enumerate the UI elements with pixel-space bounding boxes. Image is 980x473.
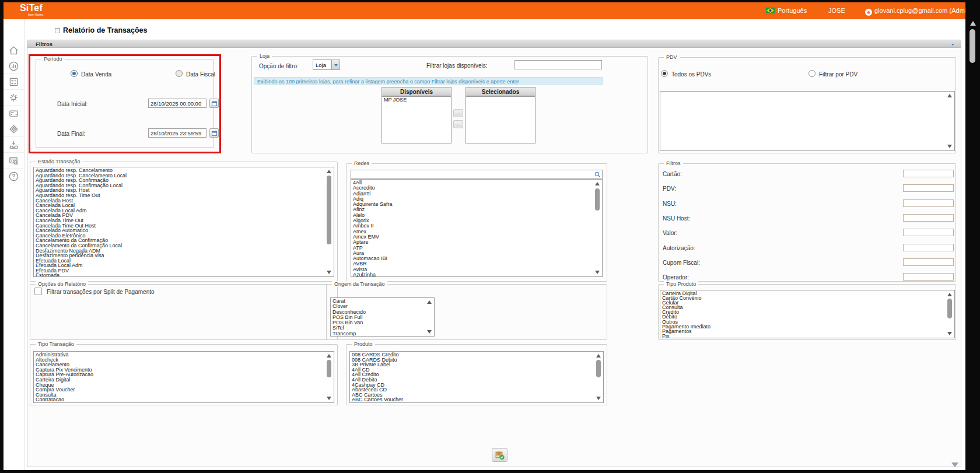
scrollbar-thumb[interactable]	[595, 188, 600, 211]
move-left-button[interactable]: ←	[453, 120, 463, 128]
list-item[interactable]: Contratacao	[36, 397, 324, 402]
scroll-down-icon[interactable]	[427, 330, 432, 334]
disponiveis-list[interactable]: MP JOSE	[382, 96, 452, 143]
tipo-produto-list[interactable]: Carteira DigitalCartão ConvênioCelularCo…	[660, 290, 955, 338]
list-item[interactable]: Altocheck	[36, 358, 324, 363]
autorizacao-input[interactable]	[903, 244, 954, 251]
scroll-up-icon[interactable]	[947, 94, 952, 97]
scrollbar-thumb[interactable]	[327, 176, 331, 244]
split-pagamento-checkbox[interactable]	[34, 288, 42, 295]
scrollbar-thumb[interactable]	[947, 299, 952, 318]
radio-data-venda[interactable]	[71, 70, 78, 77]
language-selector[interactable]: Português	[766, 7, 807, 14]
list-item[interactable]: Estornada	[36, 273, 324, 277]
list-item[interactable]: Compra Voucher	[36, 387, 324, 393]
list-item[interactable]: Algorix	[353, 218, 593, 223]
cupom-fiscal-input[interactable]	[903, 258, 954, 266]
radio-filtrar-pdv[interactable]	[808, 70, 816, 77]
scroll-up-icon[interactable]	[947, 293, 952, 296]
list-item[interactable]: Efetuada Local Adm	[36, 263, 324, 268]
sidebar-item-network[interactable]	[4, 121, 24, 137]
list-item[interactable]: Alelo	[353, 213, 593, 218]
valor-input[interactable]	[903, 229, 954, 236]
list-item[interactable]: Cartão Convênio	[662, 296, 945, 300]
list-item[interactable]: Carteira Digital	[662, 291, 945, 296]
sidebar-item-analytics[interactable]	[4, 58, 24, 74]
cartao-input[interactable]	[903, 170, 954, 177]
list-item[interactable]: MP JOSE	[384, 97, 451, 103]
estado-transacao-list[interactable]: Aguardando resp. CancelamentoAguardando …	[33, 167, 334, 277]
origem-transacao-list[interactable]: CaratCloverDesconhecidoPOS Bin FullPOS B…	[330, 297, 435, 337]
sidebar-item-report-search[interactable]	[4, 153, 24, 169]
selecionados-list[interactable]	[466, 96, 536, 143]
scroll-up-icon[interactable]	[327, 170, 331, 173]
list-item[interactable]: Aguardando resp. Time Out	[36, 193, 324, 198]
panel-scroll-down-icon[interactable]	[951, 463, 958, 467]
list-item[interactable]: Adquirente Safra	[353, 202, 593, 207]
filters-panel-header[interactable]: Filtros -	[27, 40, 961, 48]
scroll-down-icon[interactable]	[947, 145, 952, 148]
list-item[interactable]: Azulzinha	[353, 272, 593, 277]
list-item[interactable]: Cheque	[36, 383, 324, 388]
scroll-up-icon[interactable]	[596, 354, 601, 358]
redes-search-input[interactable]	[351, 170, 603, 179]
operador-input[interactable]	[903, 273, 954, 281]
list-item[interactable]: 3B Private Label	[352, 362, 594, 367]
produto-list[interactable]: 008 CARDS Credito008 CARDS Debito3B Priv…	[349, 351, 604, 403]
list-item[interactable]: Ambev II	[353, 223, 593, 229]
list-item[interactable]: Accredito	[353, 185, 593, 191]
list-item[interactable]: Celular	[662, 300, 945, 305]
radio-data-fiscal[interactable]	[176, 70, 183, 77]
list-item[interactable]: AdianTi	[353, 191, 593, 197]
list-item[interactable]: Pix	[662, 334, 945, 338]
list-item[interactable]: ATP	[353, 246, 593, 251]
filtrar-lojas-input[interactable]	[514, 60, 602, 69]
list-item[interactable]: Consulta	[662, 305, 945, 310]
list-item[interactable]: Trancomp	[332, 331, 425, 337]
scroll-down-icon[interactable]	[596, 397, 601, 400]
sidebar-item-home[interactable]	[4, 43, 24, 58]
scroll-down-icon[interactable]	[327, 397, 331, 400]
sidebar-item-help[interactable]	[4, 169, 24, 184]
collapse-button[interactable]: -	[951, 40, 954, 47]
list-item[interactable]: Captura Pre-Autorizacao	[36, 372, 324, 377]
list-item[interactable]: Amex EMV	[353, 234, 593, 240]
list-item[interactable]: Amex	[353, 229, 593, 234]
redes-list[interactable]: 4AllAccreditoAdianTiAdiqAdquirente Safra…	[351, 179, 603, 277]
list-item[interactable]: Crédito	[662, 310, 945, 314]
list-item[interactable]: Consulta	[36, 393, 324, 398]
tipo-transacao-list[interactable]: AdministrativaAltocheckCancelamentoCaptu…	[33, 351, 334, 403]
list-item[interactable]: 4All CD	[352, 367, 594, 373]
nsu-input[interactable]	[903, 199, 954, 207]
pdv-list[interactable]	[660, 91, 955, 151]
sidebar-item-inbox[interactable]	[4, 137, 24, 153]
list-item[interactable]: Avista	[353, 267, 593, 272]
user-shortname[interactable]: JOSE	[828, 7, 845, 14]
list-item[interactable]: Efetuada PDV	[36, 268, 324, 274]
list-item[interactable]: Cancelada Local Adm	[36, 208, 324, 213]
scrollbar-thumb[interactable]	[327, 360, 331, 377]
window-scrollbar-thumb[interactable]	[970, 29, 975, 63]
scroll-up-icon[interactable]	[327, 354, 331, 358]
user-account[interactable]: egiovani.cplug@gmail.com (Admin)	[865, 7, 965, 16]
data-inicial-calendar-button[interactable]	[209, 99, 219, 108]
list-item[interactable]: AVBR	[353, 261, 593, 267]
list-item[interactable]: Aura	[353, 251, 593, 256]
scroll-down-icon[interactable]	[947, 332, 952, 335]
search-submit-button[interactable]	[492, 448, 508, 462]
list-item[interactable]: ABC Cartoes Voucher	[352, 397, 594, 402]
list-item[interactable]: Desfazimento pendência visa	[36, 253, 324, 258]
data-final-input[interactable]	[148, 128, 206, 138]
data-inicial-input[interactable]	[148, 99, 206, 108]
list-item[interactable]: Abasteceai CD	[352, 387, 594, 393]
list-item[interactable]: Débito	[662, 314, 945, 319]
list-item[interactable]: Aptare	[353, 240, 593, 245]
list-item[interactable]: POS Bin Van	[332, 320, 425, 325]
sidebar-item-settings[interactable]	[4, 90, 24, 106]
list-item[interactable]: 4All Credito	[352, 372, 594, 377]
list-item[interactable]: Automacao IBI	[353, 256, 593, 261]
scrollbar-thumb[interactable]	[596, 360, 601, 377]
list-item[interactable]: Pagamento Imediato	[662, 324, 945, 329]
nsu-host-input[interactable]	[903, 214, 954, 222]
sidebar-item-cards[interactable]	[4, 106, 24, 121]
